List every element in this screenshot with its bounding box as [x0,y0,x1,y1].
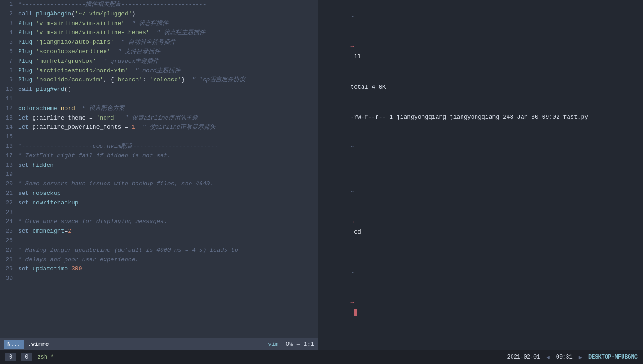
line-content-6: Plug 'scrooloose/nerdtree' " 文件目录插件 [16,47,318,57]
line-content-10: call plug#end() [16,85,318,95]
line-num-18: 18 [0,161,16,170]
code-line-4: 4 Plug 'vim-airline/vim-airline-themes' … [0,28,318,38]
term-line-b1: ~ [322,177,639,207]
code-line-23: 23 [0,208,318,218]
line-num-25: 25 [0,227,16,236]
time-display: 09:31 [556,354,573,360]
code-line-1: 1 "------------------插件相关配置-------------… [0,0,318,10]
line-num-1: 1 [0,0,16,10]
code-line-14: 14 let g:airline_powerline_fonts = 1 " 使… [0,123,318,132]
code-line-16: 16 "--------------------coc.nvim配置------… [0,142,318,151]
code-line-30: 30 [0,274,318,284]
line-num-10: 10 [0,85,16,95]
line-content-30 [16,274,318,284]
line-content-23 [16,208,318,218]
line-num-19: 19 [0,170,16,180]
terminal-bottom[interactable]: ~ → cd ~ → [318,175,643,350]
line-num-30: 30 [0,274,16,284]
window-num-2[interactable]: 0 [21,353,32,361]
term-line-b4: ~ [322,258,639,288]
term-line-t3: total 4.0K [322,72,639,102]
code-line-11: 11 [0,95,318,104]
term-line-t4: -rw-r--r-- 1 jiangyongqiang jiangyongqia… [322,102,639,132]
code-line-18: 18 set hidden [0,161,318,170]
vim-position: 0% ≡ 1:1 [286,341,314,348]
line-content-12: colorscheme nord " 设置配色方案 [16,104,318,114]
line-num-8: 8 [0,66,16,76]
code-line-28: 28 " delays and poor user experience. [0,255,318,265]
line-content-29: set updatetime=300 [16,264,318,274]
line-content-17: " TextEdit might fail if hidden is not s… [16,151,318,161]
line-num-7: 7 [0,57,16,66]
term-line-t5: ~ [322,132,639,162]
line-content-9: Plug 'neoclide/coc.nvim', {'branch': 're… [16,75,318,85]
code-line-27: 27 " Having longer updatetime (default i… [0,246,318,255]
line-content-11 [16,95,318,104]
code-line-3: 3 Plug 'vim-airline/vim-airline' " 状态栏插件 [0,19,318,29]
code-line-8: 8 Plug 'arcticicestudio/nord-vim' " nord… [0,66,318,76]
term-line-t1: ~ [322,2,639,32]
line-content-5: Plug 'jiangmiao/auto-pairs' " 自动补全括号插件 [16,38,318,47]
line-num-11: 11 [0,95,16,104]
line-content-28: " delays and poor user experience. [16,255,318,265]
line-content-24: " Give more space for displaying message… [16,217,318,227]
line-num-23: 23 [0,208,16,218]
term-line-b2: → cd [322,207,639,247]
vim-filename: .vimrc [28,341,268,348]
line-num-26: 26 [0,236,16,246]
term-line-b3 [322,248,639,258]
line-num-6: 6 [0,47,16,57]
line-content-19 [16,170,318,180]
code-line-20: 20 " Some servers have issues with backu… [0,180,318,189]
line-num-12: 12 [0,104,16,114]
terminal-top[interactable]: ~ → ll total 4.0K -rw-r--r-- 1 jiangyong… [318,0,643,175]
line-content-2: call plug#begin('~/.vim/plugged') [16,10,318,19]
line-content-21: set nobackup [16,189,318,199]
hostname-display: DESKTOP-MFUB6NC [588,354,638,360]
separator-1: ◀ [546,354,549,361]
separator-2: ▶ [579,354,582,361]
vim-mode: N... [4,340,24,349]
code-lines: 1 "------------------插件相关配置-------------… [0,0,318,284]
line-content-16: "--------------------coc.nvim配置---------… [16,142,318,151]
shell-label: zsh * [37,354,54,360]
line-content-3: Plug 'vim-airline/vim-airline' " 状态栏插件 [16,19,318,29]
code-line-25: 25 set cmdheight=2 [0,227,318,236]
line-num-29: 29 [0,264,16,274]
term-line-t2: → ll [322,32,639,72]
line-num-20: 20 [0,180,16,189]
main-area: 1 "------------------插件相关配置-------------… [0,0,643,350]
code-line-2: 2 call plug#begin('~/.vim/plugged') [0,10,318,19]
code-line-21: 21 set nobackup [0,189,318,199]
line-content-27: " Having longer updatetime (default is 4… [16,246,318,255]
line-content-25: set cmdheight=2 [16,227,318,236]
line-num-4: 4 [0,28,16,38]
window-num-1[interactable]: 0 [5,353,16,361]
vim-editor[interactable]: 1 "------------------插件相关配置-------------… [0,0,318,338]
line-num-21: 21 [0,189,16,199]
line-num-27: 27 [0,246,16,255]
line-content-26 [16,236,318,246]
line-content-4: Plug 'vim-airline/vim-airline-themes' " … [16,28,318,38]
line-num-9: 9 [0,75,16,85]
line-num-14: 14 [0,123,16,132]
code-line-7: 7 Plug 'morhetz/gruvbox' " gruvbox主题插件 [0,57,318,66]
line-content-18: set hidden [16,161,318,170]
code-line-13: 13 let g:airline_theme = 'nord' " 设置airl… [0,114,318,123]
term-line-b5: → [322,288,639,328]
code-line-12: 12 colorscheme nord " 设置配色方案 [0,104,318,114]
code-line-17: 17 " TextEdit might fail if hidden is no… [0,151,318,161]
line-content-8: Plug 'arcticicestudio/nord-vim' " nord主题… [16,66,318,76]
line-content-14: let g:airline_powerline_fonts = 1 " 使air… [16,123,318,132]
terminal-cursor [354,309,357,316]
line-num-5: 5 [0,38,16,47]
vim-statusbar: N... .vimrc vim 0% ≡ 1:1 [0,338,318,350]
terminal-pane[interactable]: ~ → ll total 4.0K -rw-r--r-- 1 jiangyong… [318,0,643,350]
code-line-22: 22 set nowritebackup [0,199,318,208]
date-display: 2021-02-01 [507,354,540,360]
vim-pane: 1 "------------------插件相关配置-------------… [0,0,318,350]
term-line-t6: → [322,163,639,176]
line-content-1: "------------------插件相关配置---------------… [16,0,318,10]
line-content-22: set nowritebackup [16,199,318,208]
vim-filetype: vim [268,341,278,348]
